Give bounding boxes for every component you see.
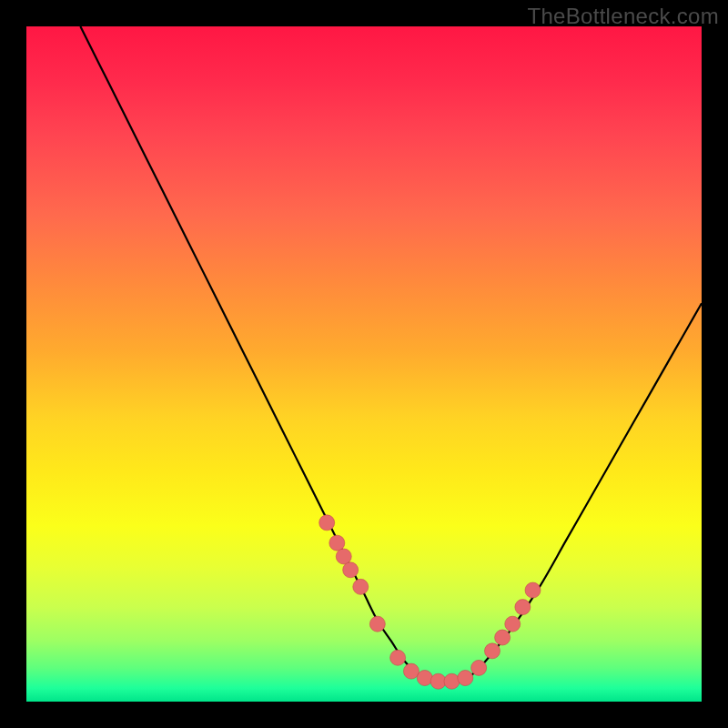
data-marker xyxy=(329,535,345,551)
data-marker xyxy=(353,579,369,594)
curve-layer xyxy=(26,26,702,702)
data-marker xyxy=(403,663,419,679)
data-marker xyxy=(505,616,521,632)
data-marker xyxy=(525,582,541,598)
data-marker xyxy=(390,650,406,665)
data-marker xyxy=(458,671,473,686)
data-marker xyxy=(444,673,460,689)
data-marker xyxy=(319,515,335,531)
data-marker xyxy=(343,562,359,578)
data-marker xyxy=(515,600,531,615)
chart-frame: TheBottleneck.com xyxy=(0,0,728,728)
data-marker xyxy=(369,616,385,632)
data-marker xyxy=(495,630,511,645)
data-marker xyxy=(430,673,446,689)
data-marker xyxy=(484,643,500,659)
bottleneck-curve xyxy=(80,26,702,682)
data-marker xyxy=(417,671,432,686)
marker-group xyxy=(319,515,541,689)
data-marker xyxy=(336,549,351,564)
data-marker xyxy=(471,660,487,675)
watermark-text: TheBottleneck.com xyxy=(527,4,719,29)
